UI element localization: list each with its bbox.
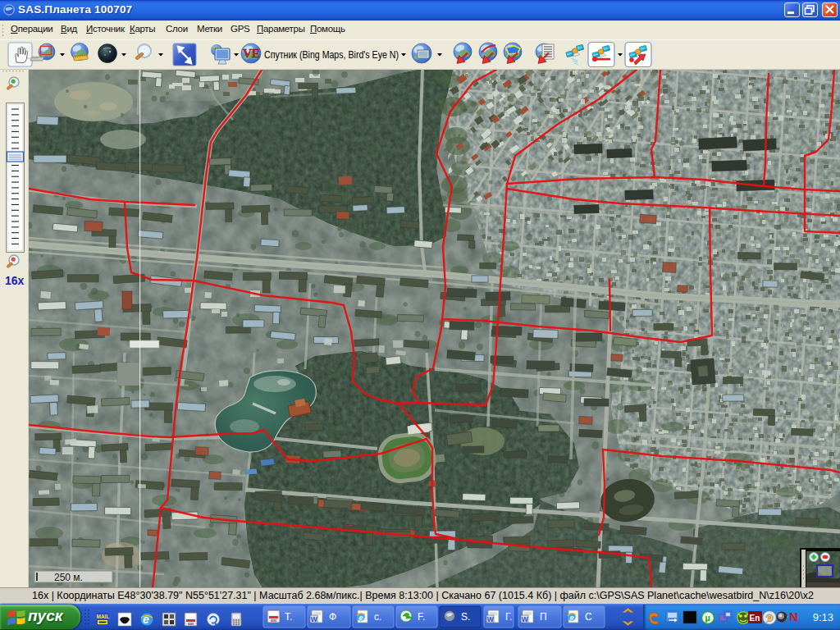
svg-text:W: W <box>311 615 318 623</box>
svg-text:Спутник (Bing Maps, Bird's Eye: Спутник (Bing Maps, Bird's Eye N) <box>264 49 399 61</box>
svg-text:En: En <box>750 614 760 623</box>
svg-text:Ф: Ф <box>329 611 336 623</box>
svg-text:W: W <box>522 615 529 623</box>
svg-text:250 м.: 250 м. <box>54 572 83 583</box>
svg-text:C: C <box>585 611 592 623</box>
svg-text:T.: T. <box>285 611 292 623</box>
svg-text:MAIL: MAIL <box>97 614 110 619</box>
svg-text:e: e <box>143 613 149 626</box>
svg-text:S.: S. <box>461 611 470 623</box>
svg-text:F.: F. <box>418 611 425 623</box>
svg-text:W: W <box>487 615 495 623</box>
svg-text:N: N <box>789 609 798 623</box>
svg-text:Г.: Г. <box>505 611 512 623</box>
svg-text:µ: µ <box>705 613 710 623</box>
svg-text:c.: c. <box>374 611 381 623</box>
svg-text:VE: VE <box>243 47 260 60</box>
svg-text:16x: 16x <box>5 274 25 287</box>
svg-text:П: П <box>540 611 547 623</box>
